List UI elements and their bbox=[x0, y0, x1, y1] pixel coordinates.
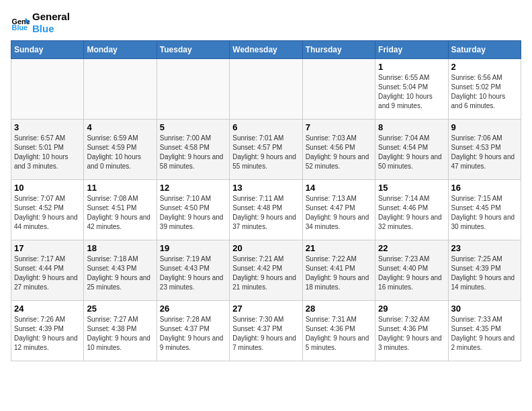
day-info: Sunrise: 7:26 AM Sunset: 4:39 PM Dayligh… bbox=[14, 315, 81, 353]
logo-icon: General Blue bbox=[11, 13, 30, 32]
day-info: Sunrise: 6:57 AM Sunset: 5:01 PM Dayligh… bbox=[14, 134, 81, 171]
calendar-cell: 2Sunrise: 6:56 AM Sunset: 5:02 PM Daylig… bbox=[448, 59, 521, 120]
day-info: Sunrise: 7:32 AM Sunset: 4:36 PM Dayligh… bbox=[378, 315, 445, 353]
calendar-cell: 22Sunrise: 7:23 AM Sunset: 4:40 PM Dayli… bbox=[375, 240, 448, 301]
calendar-cell: 24Sunrise: 7:26 AM Sunset: 4:39 PM Dayli… bbox=[11, 301, 84, 361]
calendar-cell: 1Sunrise: 6:55 AM Sunset: 5:04 PM Daylig… bbox=[375, 59, 448, 120]
day-number: 10 bbox=[14, 183, 81, 193]
calendar-cell: 28Sunrise: 7:31 AM Sunset: 4:36 PM Dayli… bbox=[302, 301, 375, 361]
day-number: 8 bbox=[378, 122, 445, 132]
calendar-cell: 14Sunrise: 7:13 AM Sunset: 4:47 PM Dayli… bbox=[302, 180, 375, 240]
day-number: 12 bbox=[160, 183, 226, 193]
day-header-friday: Friday bbox=[375, 41, 448, 59]
calendar-cell bbox=[302, 59, 375, 120]
week-row-1: 1Sunrise: 6:55 AM Sunset: 5:04 PM Daylig… bbox=[11, 59, 521, 120]
calendar-cell: 23Sunrise: 7:25 AM Sunset: 4:39 PM Dayli… bbox=[448, 240, 521, 301]
day-number: 4 bbox=[87, 122, 153, 132]
svg-text:Blue: Blue bbox=[12, 24, 28, 32]
day-number: 21 bbox=[306, 243, 372, 253]
calendar-cell bbox=[157, 59, 229, 120]
calendar-cell: 19Sunrise: 7:19 AM Sunset: 4:43 PM Dayli… bbox=[157, 240, 229, 301]
calendar-cell: 29Sunrise: 7:32 AM Sunset: 4:36 PM Dayli… bbox=[375, 301, 448, 361]
calendar-cell: 4Sunrise: 6:59 AM Sunset: 4:59 PM Daylig… bbox=[84, 120, 157, 180]
day-info: Sunrise: 7:07 AM Sunset: 4:52 PM Dayligh… bbox=[14, 194, 81, 232]
logo-line1: General bbox=[32, 11, 70, 23]
day-number: 3 bbox=[14, 122, 81, 132]
day-info: Sunrise: 7:23 AM Sunset: 4:40 PM Dayligh… bbox=[378, 255, 445, 292]
day-info: Sunrise: 7:10 AM Sunset: 4:50 PM Dayligh… bbox=[160, 194, 226, 232]
day-header-tuesday: Tuesday bbox=[157, 41, 229, 59]
day-number: 9 bbox=[451, 122, 518, 132]
day-info: Sunrise: 7:19 AM Sunset: 4:43 PM Dayligh… bbox=[160, 255, 226, 292]
calendar-cell: 10Sunrise: 7:07 AM Sunset: 4:52 PM Dayli… bbox=[11, 180, 84, 240]
day-number: 24 bbox=[14, 304, 81, 314]
day-number: 29 bbox=[378, 304, 445, 314]
day-info: Sunrise: 7:27 AM Sunset: 4:38 PM Dayligh… bbox=[87, 315, 153, 353]
day-info: Sunrise: 7:21 AM Sunset: 4:42 PM Dayligh… bbox=[232, 255, 299, 292]
header: General Blue General Blue bbox=[11, 11, 521, 35]
calendar-cell: 13Sunrise: 7:11 AM Sunset: 4:48 PM Dayli… bbox=[230, 180, 302, 240]
day-info: Sunrise: 7:25 AM Sunset: 4:39 PM Dayligh… bbox=[451, 255, 518, 292]
day-number: 16 bbox=[451, 183, 518, 193]
calendar-cell: 6Sunrise: 7:01 AM Sunset: 4:57 PM Daylig… bbox=[230, 120, 302, 180]
day-number: 26 bbox=[160, 304, 226, 314]
day-info: Sunrise: 6:56 AM Sunset: 5:02 PM Dayligh… bbox=[451, 73, 518, 111]
calendar-cell: 9Sunrise: 7:06 AM Sunset: 4:53 PM Daylig… bbox=[448, 120, 521, 180]
week-row-3: 10Sunrise: 7:07 AM Sunset: 4:52 PM Dayli… bbox=[11, 180, 521, 240]
day-number: 25 bbox=[87, 304, 153, 314]
week-row-2: 3Sunrise: 6:57 AM Sunset: 5:01 PM Daylig… bbox=[11, 120, 521, 180]
calendar-cell: 17Sunrise: 7:17 AM Sunset: 4:44 PM Dayli… bbox=[11, 240, 84, 301]
day-number: 22 bbox=[378, 243, 445, 253]
day-number: 11 bbox=[87, 183, 153, 193]
calendar-cell: 7Sunrise: 7:03 AM Sunset: 4:56 PM Daylig… bbox=[302, 120, 375, 180]
day-info: Sunrise: 7:30 AM Sunset: 4:37 PM Dayligh… bbox=[232, 315, 299, 353]
calendar-cell: 30Sunrise: 7:33 AM Sunset: 4:35 PM Dayli… bbox=[448, 301, 521, 361]
day-info: Sunrise: 7:11 AM Sunset: 4:48 PM Dayligh… bbox=[232, 194, 299, 232]
week-row-4: 17Sunrise: 7:17 AM Sunset: 4:44 PM Dayli… bbox=[11, 240, 521, 301]
calendar-cell: 3Sunrise: 6:57 AM Sunset: 5:01 PM Daylig… bbox=[11, 120, 84, 180]
calendar-cell bbox=[230, 59, 302, 120]
calendar-cell: 8Sunrise: 7:04 AM Sunset: 4:54 PM Daylig… bbox=[375, 120, 448, 180]
calendar-cell bbox=[84, 59, 157, 120]
calendar-cell: 26Sunrise: 7:28 AM Sunset: 4:37 PM Dayli… bbox=[157, 301, 229, 361]
calendar-cell: 15Sunrise: 7:14 AM Sunset: 4:46 PM Dayli… bbox=[375, 180, 448, 240]
calendar-cell: 11Sunrise: 7:08 AM Sunset: 4:51 PM Dayli… bbox=[84, 180, 157, 240]
calendar-cell bbox=[11, 59, 84, 120]
day-number: 18 bbox=[87, 243, 153, 253]
day-number: 13 bbox=[232, 183, 299, 193]
day-number: 7 bbox=[306, 122, 372, 132]
calendar-cell: 21Sunrise: 7:22 AM Sunset: 4:41 PM Dayli… bbox=[302, 240, 375, 301]
calendar-cell: 18Sunrise: 7:18 AM Sunset: 4:43 PM Dayli… bbox=[84, 240, 157, 301]
day-number: 19 bbox=[160, 243, 226, 253]
day-info: Sunrise: 7:13 AM Sunset: 4:47 PM Dayligh… bbox=[306, 194, 372, 232]
calendar-cell: 20Sunrise: 7:21 AM Sunset: 4:42 PM Dayli… bbox=[230, 240, 302, 301]
day-number: 6 bbox=[232, 122, 299, 132]
day-info: Sunrise: 6:55 AM Sunset: 5:04 PM Dayligh… bbox=[378, 73, 445, 111]
day-number: 30 bbox=[451, 304, 518, 314]
day-number: 17 bbox=[14, 243, 81, 253]
calendar-cell: 12Sunrise: 7:10 AM Sunset: 4:50 PM Dayli… bbox=[157, 180, 229, 240]
logo: General Blue General Blue bbox=[11, 11, 70, 35]
day-info: Sunrise: 7:15 AM Sunset: 4:45 PM Dayligh… bbox=[451, 194, 518, 232]
day-info: Sunrise: 7:06 AM Sunset: 4:53 PM Dayligh… bbox=[451, 134, 518, 171]
day-info: Sunrise: 7:03 AM Sunset: 4:56 PM Dayligh… bbox=[306, 134, 372, 171]
calendar-table: SundayMondayTuesdayWednesdayThursdayFrid… bbox=[11, 40, 521, 361]
calendar-cell: 25Sunrise: 7:27 AM Sunset: 4:38 PM Dayli… bbox=[84, 301, 157, 361]
day-number: 27 bbox=[232, 304, 299, 314]
day-info: Sunrise: 7:04 AM Sunset: 4:54 PM Dayligh… bbox=[378, 134, 445, 171]
day-info: Sunrise: 7:22 AM Sunset: 4:41 PM Dayligh… bbox=[306, 255, 372, 292]
week-row-5: 24Sunrise: 7:26 AM Sunset: 4:39 PM Dayli… bbox=[11, 301, 521, 361]
day-number: 14 bbox=[306, 183, 372, 193]
calendar-cell: 5Sunrise: 7:00 AM Sunset: 4:58 PM Daylig… bbox=[157, 120, 229, 180]
day-number: 15 bbox=[378, 183, 445, 193]
calendar-header-row: SundayMondayTuesdayWednesdayThursdayFrid… bbox=[11, 41, 521, 59]
day-info: Sunrise: 7:14 AM Sunset: 4:46 PM Dayligh… bbox=[378, 194, 445, 232]
day-header-monday: Monday bbox=[84, 41, 157, 59]
day-info: Sunrise: 7:17 AM Sunset: 4:44 PM Dayligh… bbox=[14, 255, 81, 292]
calendar-cell: 16Sunrise: 7:15 AM Sunset: 4:45 PM Dayli… bbox=[448, 180, 521, 240]
calendar-cell: 27Sunrise: 7:30 AM Sunset: 4:37 PM Dayli… bbox=[230, 301, 302, 361]
day-number: 1 bbox=[378, 62, 445, 72]
day-header-thursday: Thursday bbox=[302, 41, 375, 59]
day-info: Sunrise: 7:31 AM Sunset: 4:36 PM Dayligh… bbox=[306, 315, 372, 353]
day-number: 28 bbox=[306, 304, 372, 314]
